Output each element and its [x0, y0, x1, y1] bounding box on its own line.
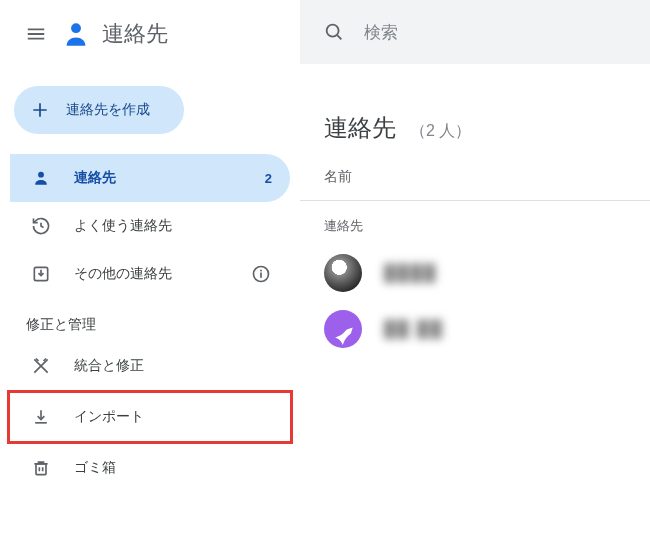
content-title-count: （2 人）: [410, 121, 471, 142]
contact-row[interactable]: ██ ██: [300, 301, 650, 357]
content-title-text: 連絡先: [324, 112, 396, 144]
group-label-contacts: 連絡先: [300, 201, 650, 245]
sidebar-item-import[interactable]: インポート: [10, 393, 290, 441]
sidebar-item-trash[interactable]: ゴミ箱: [10, 444, 290, 492]
app-header: 連絡先: [10, 8, 290, 60]
sidebar-item-merge-label: 統合と修正: [74, 357, 144, 375]
archive-icon: [30, 263, 52, 285]
create-contact-label: 連絡先を作成: [66, 101, 150, 119]
contact-name: ██ ██: [384, 320, 444, 338]
sidebar-item-other-label: その他の連絡先: [74, 265, 172, 283]
contact-row[interactable]: ████: [300, 245, 650, 301]
sidebar-item-contacts-label: 連絡先: [74, 169, 116, 187]
search-icon: [322, 20, 346, 44]
sidebar-item-trash-label: ゴミ箱: [74, 459, 116, 477]
sidebar-item-frequent-label: よく使う連絡先: [74, 217, 172, 235]
sidebar-item-import-label: インポート: [74, 408, 144, 426]
plus-icon: [28, 98, 52, 122]
contacts-logo-icon: [62, 20, 90, 48]
import-highlight-box: インポート: [7, 390, 293, 444]
svg-point-0: [71, 23, 81, 33]
sidebar-item-merge[interactable]: 統合と修正: [10, 342, 290, 390]
section-label-manage: 修正と管理: [10, 298, 290, 342]
column-header-name: 名前: [300, 144, 650, 201]
contact-name: ████: [384, 264, 437, 282]
sidebar: 連絡先 連絡先を作成 連絡先 2 よく使う連絡先 その他の連絡先 修正と管理: [0, 0, 300, 537]
search-bar[interactable]: 検索: [300, 0, 650, 64]
tools-icon: [30, 355, 52, 377]
svg-point-1: [38, 172, 44, 178]
sidebar-item-other[interactable]: その他の連絡先: [10, 250, 290, 298]
app-logo: [62, 20, 90, 48]
person-icon: [30, 167, 52, 189]
history-icon: [30, 215, 52, 237]
main-panel: 検索 連絡先 （2 人） 名前 連絡先 ████ ██ ██: [300, 0, 650, 537]
avatar: [324, 310, 362, 348]
contacts-count-badge: 2: [265, 171, 272, 186]
sidebar-item-contacts[interactable]: 連絡先 2: [10, 154, 290, 202]
content-title: 連絡先 （2 人）: [300, 112, 650, 144]
search-placeholder: 検索: [364, 21, 398, 44]
create-contact-button[interactable]: 連絡先を作成: [14, 86, 184, 134]
avatar: [324, 254, 362, 292]
download-icon: [30, 406, 52, 428]
hamburger-icon: [25, 23, 47, 45]
app-title: 連絡先: [102, 19, 168, 49]
info-icon[interactable]: [250, 263, 272, 285]
trash-icon: [30, 457, 52, 479]
main-menu-button[interactable]: [16, 14, 56, 54]
sidebar-item-frequent[interactable]: よく使う連絡先: [10, 202, 290, 250]
svg-point-5: [327, 25, 339, 37]
content-area: 連絡先 （2 人） 名前 連絡先 ████ ██ ██: [300, 64, 650, 537]
svg-rect-4: [36, 464, 46, 475]
